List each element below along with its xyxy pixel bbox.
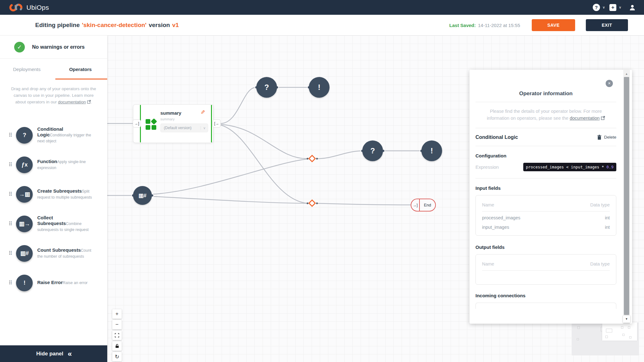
reset-view-button[interactable]: ↻ xyxy=(112,352,122,361)
selected-operator-row: Conditional Logic Delete xyxy=(475,134,616,140)
operator-desc: Raise an error xyxy=(63,281,87,285)
raise-error-icon: ! xyxy=(16,275,33,291)
collect-subrequests-icon: ▥→ xyxy=(16,216,33,232)
scrollbar-thumb[interactable] xyxy=(624,77,629,315)
conditional-logic-icon: ? xyxy=(16,127,33,144)
count-subrequests-icon: ▥# xyxy=(16,245,33,262)
canvas-controls: + − ↻ xyxy=(112,309,122,362)
save-button[interactable]: SAVE xyxy=(532,19,575,31)
deployment-icon xyxy=(146,119,156,130)
last-saved: Last Saved: 14-11-2022 at 15:55 xyxy=(449,15,520,36)
deployment-node-summary[interactable]: summary summary (Default version) ∨ ✎ xyxy=(133,104,214,143)
drag-handle-icon[interactable]: ⠿ xyxy=(8,132,12,139)
external-link-icon xyxy=(601,115,605,122)
operator-item-collect-subrequests[interactable]: ⠿ ▥→ Collect SubrequestsCombine subreque… xyxy=(0,209,107,239)
help-icon[interactable]: ? xyxy=(593,4,600,11)
pipeline-version: v1 xyxy=(172,22,179,29)
summary-input-port[interactable]: →] xyxy=(133,119,141,128)
sidebar: ✓ No warnings or errors Deployments Oper… xyxy=(0,36,107,362)
raise-error-node-top[interactable]: ! xyxy=(309,77,330,98)
column-type: Data type xyxy=(590,202,610,207)
expression-row: Expression processed_images < input_imag… xyxy=(475,163,616,171)
delete-button[interactable]: Delete xyxy=(597,135,616,140)
drag-handle-icon[interactable]: ⠿ xyxy=(8,191,12,198)
panel-title: Operator information xyxy=(475,90,616,97)
selected-operator-name: Conditional Logic xyxy=(475,134,518,140)
drag-handle-icon[interactable]: ⠿ xyxy=(8,250,12,257)
panel-scrollbar: ▲ ▼ xyxy=(623,70,630,324)
table-row: processed_images int xyxy=(482,211,610,221)
fit-view-icon xyxy=(115,333,119,337)
fit-view-button[interactable] xyxy=(112,331,122,340)
drag-handle-icon[interactable]: ⠿ xyxy=(8,221,12,227)
scroll-down-icon[interactable]: ▼ xyxy=(623,315,630,323)
help-chevron-down-icon[interactable]: ∨ xyxy=(602,5,605,9)
drag-handle-icon[interactable]: ⠿ xyxy=(8,280,12,286)
external-link-icon xyxy=(87,99,91,106)
operator-item-conditional-logic[interactable]: ⠿ ? Conditional LogicConditionally trigg… xyxy=(0,120,107,150)
ubiops-logo[interactable]: UbiOps xyxy=(9,3,49,12)
minimap[interactable] xyxy=(572,322,639,355)
configuration-heading: Configuration xyxy=(475,153,616,158)
tab-operators[interactable]: Operators xyxy=(54,59,108,80)
exit-button[interactable]: EXIT xyxy=(586,19,628,31)
node-output-bar xyxy=(211,105,212,142)
operator-title: Create Subrequests xyxy=(37,188,82,194)
incoming-connections-card xyxy=(475,303,616,309)
input-fields-heading: Input fields xyxy=(475,185,616,191)
edit-node-icon[interactable]: ✎ xyxy=(201,109,205,116)
summary-output-port[interactable]: [→ xyxy=(213,119,221,128)
create-icon[interactable]: + xyxy=(609,4,616,11)
operator-title: Function xyxy=(37,159,57,164)
conditional-logic-node-mid[interactable]: ? xyxy=(362,140,383,161)
expression-value[interactable]: processed_images < input_images * 0.9 xyxy=(523,163,616,171)
lock-button[interactable] xyxy=(112,341,122,351)
trash-icon xyxy=(597,135,602,140)
app-root: summary summary (Default version) ∨ ✎ →]… xyxy=(0,0,644,362)
hide-panel-button[interactable]: Hide panel « xyxy=(0,345,107,362)
version-dropdown[interactable]: (Default version) ∨ xyxy=(160,123,208,132)
brand-name: UbiOps xyxy=(26,4,49,11)
operator-item-count-subrequests[interactable]: ⠿ ▥# Count SubrequestsCount the number o… xyxy=(0,239,107,268)
zoom-out-button[interactable]: − xyxy=(112,320,122,329)
last-saved-value: 14-11-2022 at 15:55 xyxy=(478,23,520,28)
create-chevron-down-icon[interactable]: ∨ xyxy=(619,5,621,9)
sidebar-tabs: Deployments Operators xyxy=(0,59,107,80)
chevron-down-icon: ∨ xyxy=(201,126,206,130)
close-icon[interactable]: ✕ xyxy=(606,80,613,87)
conditional-logic-node-top[interactable]: ? xyxy=(256,77,277,98)
minimap-viewport[interactable] xyxy=(602,322,637,341)
operator-item-create-subrequests[interactable]: ⠿ →▥ Create SubrequestsSplit request to … xyxy=(0,179,107,209)
documentation-link[interactable]: documentation xyxy=(570,116,600,121)
table-row: input_images int xyxy=(482,221,610,230)
incoming-connections-heading: Incoming connections xyxy=(475,293,616,298)
end-input-port: →] xyxy=(411,199,420,211)
validation-status: ✓ No warnings or errors xyxy=(0,36,107,59)
pipeline-name: 'skin-cancer-detection' xyxy=(82,22,146,29)
input-fields-table: Name Data type processed_images int inpu… xyxy=(475,195,616,236)
scroll-up-icon[interactable]: ▲ xyxy=(623,71,630,77)
expression-label: Expression xyxy=(475,164,499,170)
tab-deployments[interactable]: Deployments xyxy=(0,59,54,80)
documentation-link[interactable]: documentation xyxy=(58,100,86,104)
output-fields-heading: Output fields xyxy=(475,244,616,250)
lock-icon xyxy=(115,344,119,348)
operator-title: Count Subrequests xyxy=(37,247,80,253)
raise-error-node-mid[interactable]: ! xyxy=(421,140,442,161)
count-subrequests-node[interactable]: ▥# xyxy=(133,186,152,205)
check-circle-icon: ✓ xyxy=(14,42,25,52)
node-subtitle: summary xyxy=(160,117,175,121)
end-node[interactable]: →] End xyxy=(411,199,436,211)
table-header: Name Data type xyxy=(482,259,610,271)
zoom-in-button[interactable]: + xyxy=(112,309,122,319)
drag-handle-icon[interactable]: ⠿ xyxy=(8,162,12,168)
table-header: Name Data type xyxy=(482,200,610,211)
operator-item-raise-error[interactable]: ⠿ ! Raise ErrorRaise an error xyxy=(0,268,107,298)
user-account-icon[interactable] xyxy=(629,4,636,11)
operator-item-function[interactable]: ⠿ ƒx FunctionApply single-line expressio… xyxy=(0,150,107,179)
topbar-actions: ? ∨ + ∨ xyxy=(593,0,636,15)
page-title: Editing pipeline 'skin-cancer-detection'… xyxy=(35,15,179,36)
operators-intro: Drag and drop any of your operators onto… xyxy=(0,86,107,106)
node-title: summary xyxy=(160,110,181,116)
operator-title: Raise Error xyxy=(37,280,63,285)
